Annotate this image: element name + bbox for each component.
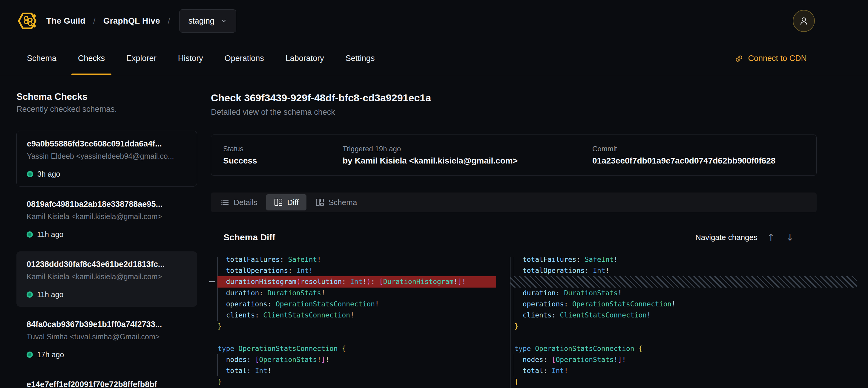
status-dot-icon <box>27 231 33 238</box>
check-author: Kamil Kisiela <kamil.kisiela@gmail.com> <box>27 272 187 281</box>
check-time: 3h ago <box>37 170 60 178</box>
tab-diff-label: Diff <box>287 198 299 207</box>
triggered-label: Triggered 19h ago <box>343 144 592 153</box>
check-list-item-selected[interactable]: 01238ddd30faf8c43e61be2d1813fc... Kamil … <box>17 251 197 307</box>
nav-tab-checks[interactable]: Checks <box>78 42 105 75</box>
tab-diff[interactable]: Diff <box>266 194 306 210</box>
code-line: type OperationStatsConnection { <box>209 343 496 354</box>
status-dot-icon <box>27 171 33 177</box>
nav-tab-laboratory[interactable]: Laboratory <box>285 42 324 75</box>
columns-icon <box>274 198 283 207</box>
commit-value: 01a23ee0f7db01a9e7ac0d0747d62bb900f0f628 <box>592 156 804 166</box>
code-line <box>510 332 857 343</box>
page-subtitle: Detailed view of the schema check <box>211 107 817 117</box>
primary-nav: Schema Checks Explorer History Operation… <box>0 42 868 75</box>
chevron-down-icon <box>220 18 227 24</box>
code-line: } <box>510 321 857 332</box>
triggered-value: by Kamil Kisiela <kamil.kisiela@gmail.co… <box>343 156 592 166</box>
code-line: total: Int! <box>209 365 496 376</box>
breadcrumb-project[interactable]: GraphQL Hive <box>103 16 160 26</box>
check-hash: 84fa0cab9367b39e1b1ff0a74f2733... <box>27 319 187 329</box>
columns-icon <box>315 198 324 207</box>
nav-tab-explorer[interactable]: Explorer <box>126 42 156 75</box>
code-line: duration: DurationStats! <box>209 288 496 299</box>
removed-line-minus-icon <box>209 281 215 282</box>
code-line: clients: ClientStatsConnection! <box>510 310 857 321</box>
commit-label: Commit <box>592 144 804 153</box>
nav-tab-operations[interactable]: Operations <box>225 42 264 75</box>
connect-to-cdn-label: Connect to CDN <box>748 54 807 63</box>
check-view-tabs: Details Diff Schema <box>211 192 817 212</box>
breadcrumb: The Guild / GraphQL Hive / <box>46 16 170 26</box>
code-line: totalOperations: Int! <box>209 265 496 276</box>
page-title: Check 369f3439-929f-48df-bfc8-cd3a9291ec… <box>211 91 817 104</box>
connect-to-cdn-link[interactable]: Connect to CDN <box>735 42 807 75</box>
status-value: Success <box>223 156 343 166</box>
check-list-item[interactable]: 0819afc4981ba2ab18e338788ae95... Kamil K… <box>17 191 197 247</box>
code-line: totalFailures: SafeInt! <box>510 257 857 265</box>
code-line: duration: DurationStats! <box>510 288 857 299</box>
list-icon <box>220 198 229 207</box>
status-dot-icon <box>27 352 33 358</box>
sidebar-subtitle: Recently checked schemas. <box>17 105 197 114</box>
check-author: Yassin Eldeeb <yassineldeeb94@gmail.co..… <box>27 151 187 161</box>
sidebar-title: Schema Checks <box>17 91 197 102</box>
tab-details[interactable]: Details <box>213 194 265 210</box>
check-list-item[interactable]: e14e7eff1ef20091f70e72b8ffefb8bf <box>17 371 197 388</box>
schema-diff-editor[interactable]: totalFailures: SafeInt! totalOperations:… <box>209 257 857 388</box>
code-line: nodes: [OperationStats!]! <box>209 354 496 365</box>
schema-diff-header: Schema Diff Navigate changes ↑ ↓ <box>211 231 796 243</box>
check-summary-card: Status Success Triggered 19h ago by Kami… <box>211 135 817 176</box>
status-label: Status <box>223 144 343 153</box>
main-panel: Check 369f3439-929f-48df-bfc8-cd3a9291ec… <box>197 75 817 388</box>
diff-pane-modified[interactable]: totalFailures: SafeInt! totalOperations:… <box>510 257 857 387</box>
tab-details-label: Details <box>234 198 257 207</box>
hive-logo-icon[interactable] <box>17 10 38 32</box>
breadcrumb-separator: / <box>168 16 170 26</box>
code-line: total: Int! <box>510 365 857 376</box>
code-line: type OperationStatsConnection { <box>510 343 857 354</box>
code-line <box>510 276 857 287</box>
status-dot-icon <box>27 292 33 298</box>
check-time: 11h ago <box>37 230 64 239</box>
tab-schema[interactable]: Schema <box>308 194 365 210</box>
tab-schema-label: Schema <box>329 198 357 207</box>
code-line: nodes: [OperationStats!]! <box>510 354 857 365</box>
code-line: } <box>209 376 496 387</box>
nav-tab-schema[interactable]: Schema <box>27 42 57 75</box>
check-author: Kamil Kisiela <kamil.kisiela@gmail.com> <box>27 212 187 221</box>
sidebar: Schema Checks Recently checked schemas. … <box>17 75 197 388</box>
target-select[interactable]: staging <box>179 9 236 33</box>
code-line: operations: OperationStatsConnection! <box>209 299 496 310</box>
code-line: operations: OperationStatsConnection! <box>510 299 857 310</box>
nav-tab-settings[interactable]: Settings <box>346 42 375 75</box>
check-list-item[interactable]: e9a0b55886fd3ce608c091dda6a4f... Yassin … <box>17 131 197 186</box>
check-hash: e9a0b55886fd3ce608c091dda6a4f... <box>27 139 187 149</box>
app-header: The Guild / GraphQL Hive / staging <box>0 0 868 42</box>
code-line: clients: ClientStatsConnection! <box>209 310 496 321</box>
breadcrumb-separator: / <box>93 16 96 26</box>
navigate-previous-change-button[interactable]: ↑ <box>765 232 777 243</box>
navigate-next-change-button[interactable]: ↓ <box>784 232 796 243</box>
code-line <box>209 332 496 343</box>
code-line: } <box>510 376 857 387</box>
navigate-changes-label: Navigate changes <box>695 233 757 242</box>
code-line: durationHistogram(resolution: Int!): [Du… <box>209 276 496 287</box>
check-time: 11h ago <box>37 290 64 299</box>
code-line: totalFailures: SafeInt! <box>209 257 496 265</box>
diff-pane-original[interactable]: totalFailures: SafeInt! totalOperations:… <box>209 257 496 387</box>
user-avatar[interactable] <box>793 10 815 32</box>
person-icon <box>798 16 809 26</box>
check-time: 17h ago <box>37 350 64 359</box>
target-select-value: staging <box>188 17 214 26</box>
breadcrumb-org[interactable]: The Guild <box>46 16 86 26</box>
nav-tab-history[interactable]: History <box>178 42 203 75</box>
code-line: } <box>209 321 496 332</box>
link-icon <box>735 54 743 63</box>
check-hash: 01238ddd30faf8c43e61be2d1813fc... <box>27 259 187 269</box>
check-hash: 0819afc4981ba2ab18e338788ae95... <box>27 199 187 209</box>
schema-diff-title: Schema Diff <box>223 231 275 243</box>
schema-check-list: e9a0b55886fd3ce608c091dda6a4f... Yassin … <box>17 131 197 388</box>
check-list-item[interactable]: 84fa0cab9367b39e1b1ff0a74f2733... Tuval … <box>17 311 197 367</box>
check-hash: e14e7eff1ef20091f70e72b8ffefb8bf <box>27 379 187 388</box>
